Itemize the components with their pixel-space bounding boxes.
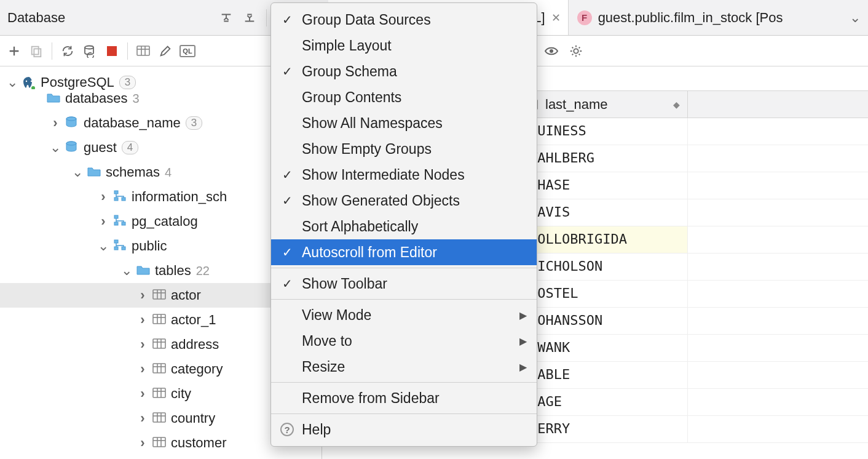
tree-node-label: actor: [171, 287, 201, 303]
submenu-arrow-icon: ▶: [519, 335, 527, 347]
menu-item-show-empty-groups[interactable]: Show Empty Groups: [271, 136, 537, 162]
table-icon: [152, 289, 166, 302]
tree-node-label: actor_1: [171, 312, 216, 328]
chevron-right-icon[interactable]: ›: [138, 410, 148, 426]
menu-item-remove-from-sidebar[interactable]: Remove from Sidebar: [271, 385, 537, 411]
cell-last-name[interactable]: JOHANSSON: [522, 308, 688, 334]
menu-item-group-data-sources[interactable]: ✓Group Data Sources: [271, 7, 537, 33]
tree-node-label: databases: [65, 90, 128, 106]
db-icon: [65, 116, 79, 130]
tabs-overflow-icon[interactable]: ⌄: [850, 10, 861, 26]
chevron-right-icon[interactable]: ›: [50, 115, 60, 131]
table-icon: [152, 362, 166, 376]
menu-item-label: Show All Namespaces: [302, 115, 443, 132]
menu-item-label: Remove from Sidebar: [302, 390, 440, 407]
sort-icon[interactable]: ◆: [673, 100, 680, 110]
table-icon: [152, 313, 166, 327]
menu-item-move-to[interactable]: Move to▶: [271, 328, 537, 354]
cell-last-name[interactable]: CHASE: [522, 172, 688, 199]
folder-icon: [87, 166, 101, 179]
view-icon[interactable]: [542, 42, 561, 60]
tree-node-label: schemas: [106, 164, 160, 180]
stop-icon[interactable]: [103, 42, 121, 60]
tree-node-label: PostgreSQL: [41, 74, 114, 90]
tree-node-label: guest: [84, 140, 117, 156]
chevron-down-icon[interactable]: ⌄: [73, 164, 82, 180]
settings-icon[interactable]: [567, 42, 585, 60]
menu-separator: [271, 382, 537, 383]
schema-icon: [113, 239, 127, 253]
menu-item-view-mode[interactable]: View Mode▶: [271, 302, 537, 328]
check-icon: ✓: [280, 64, 294, 79]
menu-item-label: Show Generated Objects: [302, 193, 460, 209]
menu-item-show-all-namespaces[interactable]: Show All Namespaces: [271, 110, 537, 136]
chevron-right-icon[interactable]: ›: [138, 337, 148, 353]
add-icon[interactable]: [5, 42, 23, 60]
cell-last-name[interactable]: NICHOLSON: [522, 253, 688, 280]
schema-icon: [113, 215, 127, 228]
close-icon[interactable]: ✕: [551, 11, 561, 25]
chevron-right-icon[interactable]: ›: [138, 435, 148, 451]
column-header-last-name[interactable]: last_name ◆: [522, 91, 688, 118]
chevron-right-icon[interactable]: ›: [138, 386, 148, 402]
chevron-right-icon[interactable]: ›: [138, 312, 148, 328]
cell-last-name[interactable]: MOSTEL: [522, 281, 688, 307]
duplicate-icon[interactable]: [27, 42, 45, 60]
menu-item-group-contents[interactable]: Group Contents: [271, 84, 537, 110]
menu-item-group-schema[interactable]: ✓Group Schema: [271, 58, 537, 84]
cell-last-name[interactable]: GABLE: [522, 362, 688, 388]
chevron-right-icon[interactable]: ›: [98, 189, 108, 205]
check-icon: ✓: [280, 276, 294, 291]
cell-last-name[interactable]: SWANK: [522, 335, 688, 361]
chevron-down-icon[interactable]: ⌄: [122, 263, 132, 279]
menu-item-sort-alphabetically[interactable]: Sort Alphabetically: [271, 214, 537, 239]
table-icon: [152, 387, 166, 401]
tree-node-label: country: [171, 410, 215, 426]
schema-icon: [113, 190, 127, 204]
table-icon: [152, 412, 166, 425]
table-view-icon[interactable]: [134, 42, 152, 60]
menu-item-simple-layout[interactable]: Simple Layout: [271, 33, 537, 58]
column-label: last_name: [545, 97, 608, 113]
sync-icon[interactable]: [81, 42, 99, 60]
chevron-right-icon[interactable]: ›: [98, 214, 108, 230]
chevron-down-icon[interactable]: ⌄: [7, 74, 17, 90]
chevron-down-icon[interactable]: ⌄: [98, 238, 108, 254]
check-icon: ✓: [280, 245, 294, 260]
menu-item-label: Resize: [302, 359, 345, 375]
expand-all-icon[interactable]: [217, 9, 235, 27]
cell-last-name[interactable]: CAGE: [522, 389, 688, 415]
cell-last-name[interactable]: DAVIS: [522, 199, 688, 226]
chevron-right-icon[interactable]: ›: [138, 287, 148, 303]
count-label: 4: [165, 166, 172, 180]
menu-item-show-intermediate-nodes[interactable]: ✓Show Intermediate Nodes: [271, 162, 537, 188]
chevron-down-icon[interactable]: ⌄: [50, 140, 60, 156]
edit-icon[interactable]: [156, 42, 175, 60]
menu-item-autoscroll-from-editor[interactable]: ✓Autoscroll from Editor: [271, 239, 537, 265]
menu-item-label: Show Empty Groups: [302, 141, 432, 158]
count-label: 3: [133, 92, 140, 106]
function-badge-icon: F: [577, 10, 592, 25]
menu-item-label: Show Intermediate Nodes: [302, 167, 465, 183]
menu-item-label: Group Contents: [302, 89, 401, 106]
menu-item-show-toolbar[interactable]: ✓Show Toolbar: [271, 271, 537, 297]
menu-item-show-generated-objects[interactable]: ✓Show Generated Objects: [271, 188, 537, 214]
menu-item-resize[interactable]: Resize▶: [271, 354, 537, 380]
help-icon: ?: [280, 423, 294, 436]
collapse-all-icon[interactable]: [240, 9, 259, 27]
menu-item-label: Show Toolbar: [302, 276, 387, 292]
editor-tab-film-in-stock[interactable]: F guest.public.film_in_stock [Pos: [570, 0, 791, 35]
menu-item-label: Simple Layout: [302, 38, 392, 54]
cell-last-name[interactable]: GUINESS: [522, 118, 688, 145]
cell-last-name[interactable]: LOLLOBRIGIDA: [522, 226, 688, 253]
tree-node-label: city: [171, 386, 191, 402]
menu-item-help[interactable]: ?Help: [271, 417, 537, 442]
chevron-right-icon[interactable]: ›: [138, 361, 148, 377]
refresh-icon[interactable]: [58, 42, 77, 60]
db-icon: [65, 141, 79, 154]
query-console-icon[interactable]: QL: [178, 42, 197, 60]
cell-last-name[interactable]: WAHLBERG: [522, 145, 688, 172]
cell-last-name[interactable]: BERRY: [522, 416, 688, 442]
tree-node-label: customer: [171, 435, 226, 451]
count-badge: 4: [122, 141, 138, 154]
